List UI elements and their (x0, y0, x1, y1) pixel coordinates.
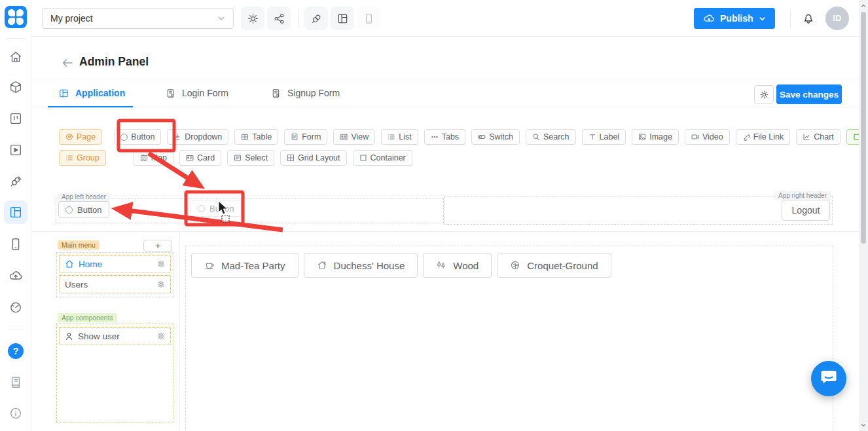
application-tab-icon (59, 88, 69, 98)
menu-item-home[interactable]: Home (59, 255, 171, 273)
app-left-header-zone: App left header Button (56, 198, 444, 223)
palette-chip-grid-layout[interactable]: Grid Layout (280, 150, 347, 166)
modules-cube-icon[interactable] (9, 80, 23, 94)
dropdown-icon (173, 133, 181, 141)
desktop-layout-icon[interactable] (331, 7, 354, 30)
scroll-down-icon[interactable] (861, 422, 866, 428)
tab-signup-form[interactable]: Signup Form (271, 79, 340, 107)
theme-pen-icon[interactable] (304, 7, 328, 30)
wood-button[interactable]: Wood (423, 253, 492, 278)
duchess-house-button[interactable]: Duchess' House (304, 253, 418, 278)
palette-chip-file-link[interactable]: File Link (736, 129, 791, 145)
project-select[interactable]: My project (42, 8, 234, 29)
palette-row-2: Group Map Card Select Grid Layout Contai… (59, 150, 412, 166)
palette-chip-video[interactable]: Video (685, 129, 730, 145)
grid-layout-icon (287, 154, 295, 162)
croquet-ground-button[interactable]: Croquet-Ground (497, 253, 611, 278)
chat-bubble-icon (820, 368, 838, 389)
play-icon[interactable] (9, 143, 23, 157)
notifications-bell-icon[interactable] (802, 12, 815, 25)
gear-icon[interactable] (157, 260, 165, 268)
panel-divider (179, 232, 180, 431)
gear-icon[interactable] (157, 280, 165, 288)
gear-icon[interactable] (157, 332, 165, 340)
board-icon[interactable] (9, 111, 23, 126)
active-tab-underline (48, 106, 133, 107)
label-icon (588, 133, 596, 141)
docs-book-icon[interactable] (9, 375, 23, 389)
palette-chip-label[interactable]: Label (582, 129, 626, 145)
scroll-up-icon[interactable] (861, 3, 866, 9)
project-settings-gear-icon[interactable] (241, 7, 264, 30)
tab-application[interactable]: Application (59, 79, 125, 107)
rail-divider (8, 38, 24, 39)
page-settings-gear-icon[interactable] (754, 85, 774, 103)
palette-chip-page[interactable]: Page (59, 129, 102, 145)
palette-chip-tabs[interactable]: Tabs (424, 129, 465, 145)
logout-button[interactable]: Logout (782, 200, 830, 221)
tab-application-label: Application (75, 88, 125, 98)
palette-chip-container[interactable]: Container (353, 150, 412, 166)
menu-item-users[interactable]: Users (59, 275, 171, 293)
palette-chip-map[interactable]: Map (134, 150, 173, 166)
palette-chip-list[interactable]: List (381, 129, 418, 145)
button-radio-icon (65, 206, 73, 214)
share-icon[interactable] (267, 7, 291, 30)
login-form-icon (166, 88, 175, 98)
app-components-label: App components (58, 313, 117, 322)
group-icon (65, 154, 73, 162)
tab-login-form[interactable]: Login Form (166, 79, 228, 107)
interfaces-layout-icon[interactable] (9, 205, 23, 219)
avatar[interactable]: ID (825, 7, 849, 30)
header-button-widget[interactable]: Button (58, 201, 109, 218)
home-icon[interactable] (9, 50, 23, 64)
chat-launcher[interactable] (811, 361, 846, 396)
info-icon[interactable] (9, 406, 23, 421)
palette-chip-button[interactable]: Button (114, 129, 161, 145)
palette-chip-table[interactable]: Table (234, 129, 278, 145)
palette-chip-switch[interactable]: Switch (471, 129, 520, 145)
back-arrow-icon[interactable] (60, 56, 75, 70)
cloud-upload-icon[interactable] (9, 269, 23, 283)
datasource-plug-icon[interactable] (9, 174, 23, 189)
palette-chip-search[interactable]: Search (526, 129, 576, 145)
page-canvas: Mad-Tea Party Duchess' House Wood Croque… (185, 246, 833, 431)
trees-icon (436, 260, 446, 271)
avatar-initials: ID (833, 14, 842, 23)
publish-chevron-icon (759, 15, 766, 22)
mobile-preview-icon[interactable] (357, 7, 380, 30)
scrollbar-thumb[interactable] (861, 12, 866, 244)
save-changes-button[interactable]: Save changes (776, 84, 842, 104)
list-icon (388, 133, 395, 141)
palette-chip-image[interactable]: Image (632, 129, 679, 145)
ball-icon (510, 260, 520, 271)
add-menu-item-button[interactable]: + (143, 240, 172, 252)
palette-chip-form[interactable]: Form (284, 129, 327, 145)
publish-button[interactable]: Publish (694, 8, 775, 29)
chart-icon (803, 133, 810, 141)
palette-chip-chart[interactable]: Chart (796, 129, 841, 145)
gauge-icon[interactable] (9, 300, 23, 314)
card-icon (186, 154, 194, 162)
scrollbar[interactable] (859, 0, 868, 431)
button-radio-icon (198, 205, 205, 212)
container-icon (359, 154, 367, 162)
signup-form-icon (271, 88, 281, 98)
mad-tea-party-button[interactable]: Mad-Tea Party (191, 253, 298, 278)
component-item-show-user[interactable]: Show user (59, 327, 171, 345)
palette-row-1: Page Button Dropdown Table Form View Lis… (59, 129, 826, 145)
app-left-header-label: App left header (58, 193, 110, 201)
top-bar: My project Publish ID (31, 0, 859, 37)
palette-chip-view[interactable]: View (333, 129, 375, 145)
palette-chip-select[interactable]: Select (227, 150, 274, 166)
palette-chip-card[interactable]: Card (179, 150, 221, 166)
help-icon[interactable]: ? (8, 343, 24, 359)
mobile-icon[interactable] (9, 237, 23, 252)
app-right-header-label: App right header (774, 191, 831, 200)
palette-chip-group[interactable]: Group (59, 150, 106, 166)
teacup-icon (204, 260, 215, 271)
app-logo[interactable] (5, 6, 27, 28)
form-icon (291, 133, 298, 141)
project-select-value: My project (50, 13, 93, 24)
palette-chip-dropdown[interactable]: Dropdown (167, 129, 228, 145)
